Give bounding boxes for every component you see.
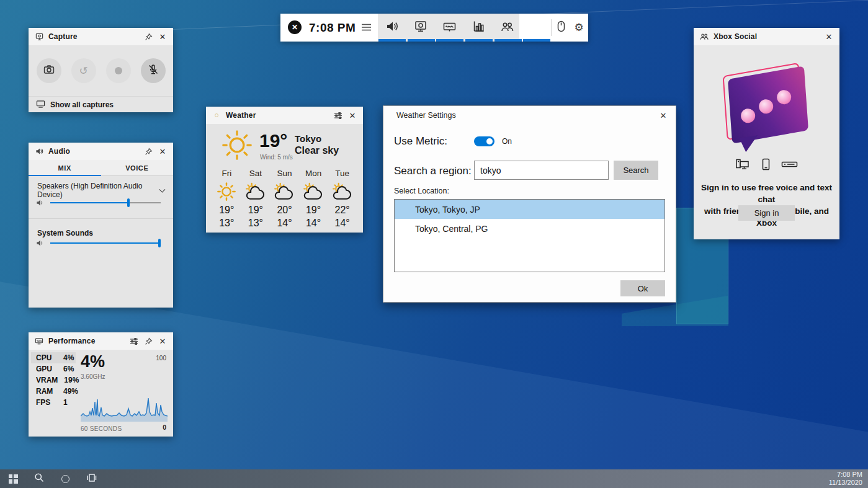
- taskbar-clock[interactable]: 7:08 PM 11/13/2020: [829, 471, 868, 487]
- camera-icon: [43, 64, 55, 77]
- audio-widget-header: Audio ✕: [29, 143, 173, 160]
- chat-bubble-illustration: [728, 70, 809, 140]
- forecast-day: Tue 22° 14°: [328, 169, 357, 229]
- partly-cloudy-icon: [244, 181, 267, 202]
- widget-menu-icon[interactable]: [359, 19, 374, 36]
- windows-logo-icon: [9, 474, 18, 484]
- current-weather: 19° Wind: 5 m/s Tokyo Clear sky: [206, 124, 363, 169]
- performance-widget-button[interactable]: [465, 17, 492, 38]
- search-region-input[interactable]: [474, 161, 609, 180]
- tab-voice[interactable]: VOICE: [101, 160, 174, 175]
- weather-widget-icon: [212, 110, 221, 120]
- taskbar-search-button[interactable]: [26, 469, 52, 488]
- ok-button[interactable]: Ok: [620, 280, 665, 296]
- toggle-state-label: On: [502, 137, 512, 146]
- sun-icon: [221, 129, 253, 164]
- pin-icon[interactable]: [143, 336, 153, 346]
- cpu-usage-value: 4%: [81, 352, 105, 371]
- taskbar: 7:08 PM 11/13/2020: [0, 469, 868, 488]
- device-icons: [694, 158, 839, 173]
- sunny-icon: [217, 181, 236, 202]
- capture-widget-title: Capture: [48, 32, 78, 41]
- broadcast-widget-button[interactable]: [436, 17, 463, 38]
- performance-options-icon[interactable]: [129, 336, 139, 346]
- taskbar-time: 7:08 PM: [829, 471, 862, 479]
- search-region-label: Search a region:: [394, 165, 472, 177]
- weather-settings-icon[interactable]: [333, 110, 343, 120]
- list-item[interactable]: Tokyo, Tokyo, JP: [395, 200, 664, 219]
- gamebar-settings-button[interactable]: ⚙: [570, 17, 588, 38]
- xbox-logo-icon[interactable]: ✕: [288, 20, 302, 34]
- audio-tabs: MIX VOICE: [29, 160, 173, 176]
- weather-condition: Clear sky: [295, 145, 339, 156]
- show-all-captures-button[interactable]: Show all captures: [29, 96, 173, 112]
- start-button[interactable]: [0, 469, 26, 488]
- xbox-console-icon: [781, 160, 798, 171]
- close-icon[interactable]: ✕: [824, 32, 834, 42]
- record-last-30s-button[interactable]: ↺: [71, 58, 96, 83]
- pin-icon[interactable]: [143, 32, 153, 42]
- audio-device-selector[interactable]: Speakers (High Definition Audio Device): [37, 182, 164, 199]
- dialog-title: Weather Settings: [396, 111, 456, 120]
- select-location-label: Select Location:: [394, 187, 449, 195]
- active-underline-social: [494, 39, 522, 42]
- tab-mix[interactable]: MIX: [29, 160, 101, 175]
- speaker-icon: [36, 199, 44, 206]
- search-button[interactable]: Search: [614, 161, 658, 180]
- capture-widget-icon: [34, 32, 44, 42]
- close-icon[interactable]: ✕: [158, 146, 168, 156]
- speakers-volume-slider[interactable]: [50, 202, 161, 204]
- location-listbox: Tokyo, Tokyo, JP Tokyo, Central, PG: [394, 199, 665, 272]
- close-icon[interactable]: ✕: [347, 110, 357, 120]
- list-item[interactable]: Tokyo, Central, PG: [395, 219, 664, 238]
- forecast-day: Sat 19° 13°: [241, 169, 271, 229]
- active-underline-capture: [408, 39, 435, 42]
- cpu-usage-graph: [81, 394, 168, 422]
- metric-cpu[interactable]: CPU 4%: [31, 352, 76, 363]
- capture-widget-button[interactable]: [407, 17, 434, 38]
- screenshot-button[interactable]: [37, 58, 61, 83]
- mic-off-button[interactable]: [141, 58, 166, 83]
- xbox-social-widget-button[interactable]: [493, 17, 521, 38]
- system-sounds-label: System Sounds: [37, 229, 93, 237]
- active-underline-weather: [523, 39, 550, 42]
- task-view-button[interactable]: [78, 469, 104, 488]
- sign-in-button[interactable]: Sign in: [738, 205, 795, 221]
- current-temp: 19°: [259, 130, 287, 151]
- xbox-social-title: Xbox Social: [714, 32, 757, 41]
- graph-y-min: 0: [145, 424, 166, 431]
- broadcast-monitor-icon: [443, 21, 456, 35]
- forecast-day: Mon 19° 14°: [299, 169, 328, 229]
- taskbar-icons: [0, 469, 104, 488]
- cortana-icon: [61, 475, 69, 483]
- performance-header: Performance ✕: [29, 332, 173, 350]
- active-underline-audio: [378, 39, 406, 42]
- performance-widget: Performance ✕ CPU 4% GPU 6% VRAM 19%: [29, 332, 173, 437]
- system-volume-slider[interactable]: [50, 242, 161, 244]
- close-icon[interactable]: ✕: [158, 32, 168, 42]
- use-metric-label: Use Metric:: [394, 135, 474, 148]
- audio-device-label: Speakers (High Definition Audio Device): [37, 182, 160, 199]
- gear-icon: ⚙: [574, 22, 583, 33]
- performance-title: Performance: [48, 337, 96, 345]
- audio-widget-button[interactable]: [378, 17, 406, 38]
- forecast-day: Fri 19° 13°: [212, 169, 241, 229]
- close-icon[interactable]: ✕: [158, 336, 168, 346]
- weather-widget-button[interactable]: [522, 17, 549, 38]
- start-recording-button[interactable]: [106, 58, 131, 83]
- active-underline-broadcast: [436, 39, 463, 42]
- people-icon: [699, 32, 709, 42]
- audio-widget-icon: [34, 146, 44, 156]
- close-icon[interactable]: ✕: [658, 110, 668, 120]
- show-all-captures-label: Show all captures: [50, 100, 114, 109]
- pin-icon[interactable]: [143, 146, 153, 156]
- mouse-click-through-button[interactable]: [552, 17, 570, 38]
- wind-speed: Wind: 5 m/s: [260, 154, 293, 161]
- cortana-button[interactable]: [52, 469, 78, 488]
- graph-y-max: 100: [145, 355, 166, 362]
- weather-widget: Weather ✕ 19° Wind: 5 m/s Tokyo: [206, 107, 363, 233]
- task-view-icon: [86, 473, 97, 485]
- partly-cloudy-icon: [302, 181, 324, 202]
- weather-widget-title: Weather: [226, 111, 256, 120]
- use-metric-toggle[interactable]: [474, 136, 494, 146]
